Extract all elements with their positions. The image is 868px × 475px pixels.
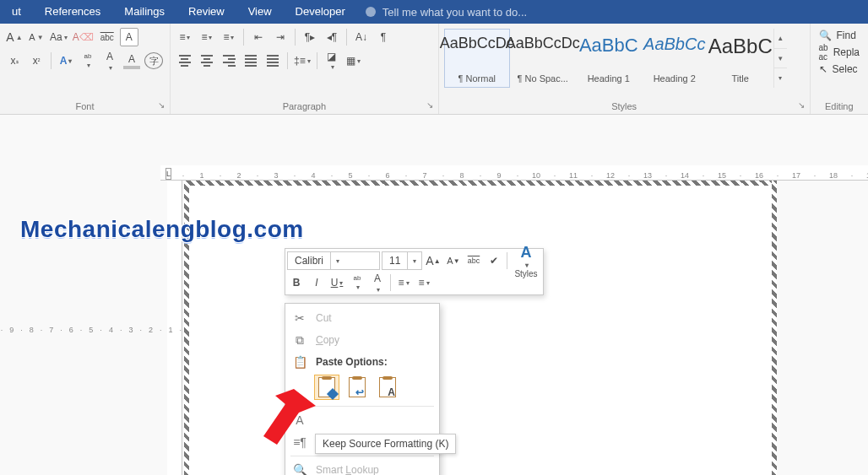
tab-developer[interactable]: Developer [284, 0, 357, 24]
select-button[interactable]: ↖Selec [816, 61, 863, 78]
ctx-cut[interactable]: ✂ Cut [285, 307, 439, 329]
separator [295, 29, 296, 46]
chevron-down-icon[interactable]: ▾ [407, 252, 420, 269]
phonetic-guide-button[interactable]: abc [98, 28, 117, 46]
ruler-tick: 13 [641, 171, 654, 180]
grow-font-button[interactable]: A▲ [5, 28, 24, 46]
style-item-nospacing[interactable]: AaBbCcDc ¶ No Spac... [510, 29, 576, 88]
multilevel-list-button[interactable]: ≡▾ [220, 28, 238, 46]
gallery-more-icon[interactable]: ▾ [774, 68, 787, 88]
tab-references[interactable]: References [33, 0, 112, 24]
shrink-font-button[interactable]: A▼ [444, 251, 463, 270]
highlight-button[interactable]: ab▾ [348, 273, 366, 292]
paste-keep-source-formatting[interactable] [314, 375, 339, 400]
ctx-smart-lookup[interactable]: 🔍 Smart Lookup [285, 459, 439, 475]
line-spacing-button[interactable]: ‡≡▾ [293, 51, 312, 70]
align-center-button[interactable] [198, 51, 216, 70]
ruler-tick: · [100, 324, 102, 336]
ltr-direction-button[interactable]: ¶▸ [301, 28, 319, 46]
phonetic-guide-button[interactable]: abc [464, 251, 483, 270]
find-button[interactable]: 🔍Find [816, 27, 863, 44]
borders-button[interactable]: ▦▾ [344, 51, 363, 70]
style-item-title[interactable]: AaBbC Title [708, 29, 773, 88]
superscript-button[interactable]: x² [27, 51, 46, 70]
styles-dialog-launcher[interactable]: ↘ [795, 100, 807, 112]
rtl-direction-button[interactable]: ◂¶ [323, 28, 341, 46]
tab-view[interactable]: View [236, 0, 284, 24]
font-dialog-launcher[interactable]: ↘ [155, 100, 167, 112]
ctx-font[interactable]: A [285, 409, 439, 431]
bold-button[interactable]: B [287, 273, 306, 292]
font-name-combo[interactable]: Calibri▾ [287, 251, 380, 270]
clear-formatting-button[interactable]: A⌫ [72, 28, 95, 46]
scissors-icon: ✂ [292, 310, 307, 326]
ruler-tick: 3 [128, 324, 133, 336]
ruler-tick: 17 [789, 171, 803, 180]
ctx-copy[interactable]: ⧉ Copy [285, 329, 439, 351]
grow-font-button[interactable]: A▲ [424, 251, 442, 270]
tab-selector[interactable]: L [165, 168, 171, 180]
ruler-tick: 4 [109, 324, 113, 336]
bullets-button[interactable]: ≡▾ [176, 28, 194, 46]
paragraph-dialog-launcher[interactable]: ↘ [424, 100, 436, 112]
ruler-tick: · [176, 171, 190, 180]
tab-mailings[interactable]: Mailings [112, 0, 176, 24]
sort-button[interactable]: A↓ [352, 28, 371, 46]
align-right-button[interactable] [220, 51, 238, 70]
distribute-button[interactable] [263, 51, 282, 70]
change-case-button[interactable]: Aa▾ [49, 28, 68, 46]
align-left-button[interactable] [176, 51, 194, 70]
style-item-normal[interactable]: AaBbCcDc ¶ Normal [444, 29, 510, 88]
tab-review[interactable]: Review [176, 0, 236, 24]
gallery-up-icon[interactable]: ▲ [774, 29, 787, 49]
style-item-heading2[interactable]: AaBbCc Heading 2 [642, 29, 708, 88]
search-icon: 🔍 [292, 462, 307, 475]
decrease-indent-button[interactable]: ⇤ [249, 28, 268, 46]
style-preview: AaBbC [708, 35, 773, 58]
font-color-button[interactable]: A▾ [368, 273, 387, 292]
ruler-tick: 19 [864, 171, 868, 180]
justify-button[interactable] [241, 51, 260, 70]
gallery-down-icon[interactable]: ▼ [774, 49, 787, 69]
copy-icon: ⧉ [292, 332, 307, 348]
gallery-scroll[interactable]: ▲ ▼ ▾ [773, 29, 787, 88]
format-painter-button[interactable]: ✔ [485, 251, 503, 270]
shading-button[interactable]: ◪▾ [323, 51, 341, 70]
text-effects-button[interactable]: A▾ [57, 51, 75, 70]
subscript-button[interactable]: x₂ [5, 51, 24, 70]
bullets-button[interactable]: ≡▾ [394, 273, 413, 292]
tell-me-search[interactable] [357, 5, 558, 19]
separator [51, 52, 52, 69]
styles-gallery[interactable]: AaBbCcDc ¶ Normal AaBbCcDc ¶ No Spac... … [444, 27, 805, 88]
font-color-button[interactable]: A▾ [100, 51, 119, 70]
show-hide-button[interactable]: ¶ [374, 28, 393, 46]
separator [317, 52, 317, 69]
document-workspace: L ·1·2·3·4·5·6·7·8·9·10·11·12·13·14·15·1… [0, 115, 868, 475]
paste-text-only[interactable] [375, 375, 400, 400]
numbering-button[interactable]: ≡▾ [415, 273, 433, 292]
char-border-button[interactable]: A [120, 28, 138, 46]
tab-layout[interactable]: ut [0, 0, 33, 24]
tell-me-input[interactable] [381, 5, 558, 19]
highlight-button[interactable]: ab▾ [79, 51, 97, 70]
replace-button[interactable]: abacRepla [816, 44, 863, 61]
ruler-tick: 6 [381, 171, 394, 180]
paste-merge-formatting[interactable] [344, 375, 370, 400]
separator [287, 52, 288, 69]
font-size-combo[interactable]: 11▾ [382, 251, 422, 270]
enclose-char-button[interactable]: 字 [144, 52, 163, 69]
horizontal-ruler[interactable]: L ·1·2·3·4·5·6·7·8·9·10·11·12·13·14·15·1… [160, 165, 868, 181]
shrink-font-button[interactable]: A▼ [27, 28, 46, 46]
ruler-tick: 9 [9, 324, 14, 336]
ruler-tick: 10 [529, 171, 543, 180]
chevron-down-icon[interactable]: ▾ [330, 252, 344, 269]
ruler-tick: · [548, 171, 561, 180]
numbering-button[interactable]: ≡▾ [198, 28, 216, 46]
style-item-heading1[interactable]: AaBbC Heading 1 [576, 29, 642, 88]
italic-button[interactable]: I [307, 273, 326, 292]
increase-indent-button[interactable]: ⇥ [271, 28, 290, 46]
char-shading-button[interactable]: A [122, 51, 141, 70]
group-styles: AaBbCcDc ¶ Normal AaBbCcDc ¶ No Spac... … [439, 24, 811, 114]
underline-button[interactable]: U▾ [328, 273, 346, 292]
ruler-tick: · [80, 324, 83, 336]
